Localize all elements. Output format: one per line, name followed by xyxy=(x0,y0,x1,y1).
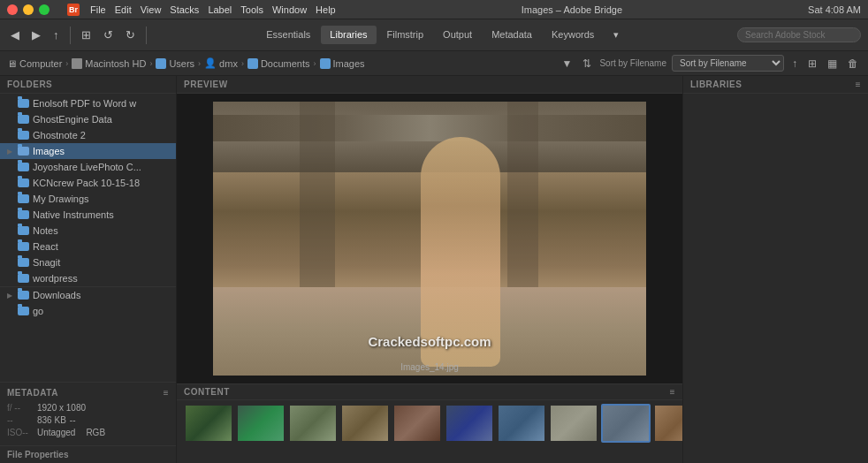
folder-item-joyoshare[interactable]: Joyoshare LivePhoto C... xyxy=(0,159,176,175)
file-properties[interactable]: File Properties xyxy=(0,445,176,463)
sort-by-label: Sort by Filename xyxy=(599,58,666,68)
tab-metadata[interactable]: Metadata xyxy=(483,26,541,44)
content-menu-icon[interactable]: ≡ xyxy=(670,387,675,397)
path-user[interactable]: 👤 dmx xyxy=(204,57,238,69)
back-button[interactable]: ◀ xyxy=(7,27,23,43)
folder-label: Downloads xyxy=(33,290,80,300)
metadata-row-filesize: -- 836 KB -- xyxy=(7,415,169,425)
folder-icon-users xyxy=(156,58,166,69)
menu-help[interactable]: Help xyxy=(316,4,336,15)
folder-item-ghostengine[interactable]: GhostEngine Data xyxy=(0,111,176,127)
folder-item-images[interactable]: ▶ Images xyxy=(0,143,176,159)
menu-tools[interactable]: Tools xyxy=(240,4,263,15)
folders-title: Folders xyxy=(7,80,52,89)
tab-essentials[interactable]: Essentials xyxy=(257,26,319,44)
path-macintosh[interactable]: Macintosh HD xyxy=(72,58,146,69)
dash-value: -- xyxy=(70,415,76,425)
rotate-left-button[interactable]: ↺ xyxy=(100,27,117,43)
libraries-title: Libraries xyxy=(690,80,742,89)
folder-item-drawings[interactable]: My Drawings xyxy=(0,191,176,207)
search-input[interactable] xyxy=(737,27,861,42)
folder-item-notes[interactable]: Notes xyxy=(0,223,176,239)
maximize-button[interactable] xyxy=(39,4,49,15)
folder-item-kcncrew[interactable]: KCNcrew Pack 10-15-18 xyxy=(0,175,176,191)
folder-label: Ghostnote 2 xyxy=(33,130,86,140)
metadata-menu-icon[interactable]: ≡ xyxy=(164,388,169,398)
thumbnail-7[interactable] xyxy=(497,404,546,443)
path-documents-label: Documents xyxy=(261,58,310,69)
arrow-icon: ▶ xyxy=(7,292,14,300)
thumb-img-7 xyxy=(499,406,544,441)
tab-more[interactable]: ▾ xyxy=(605,26,628,44)
menu-edit[interactable]: Edit xyxy=(115,4,132,15)
folder-icon xyxy=(18,115,29,124)
view-icon[interactable]: ⊞ xyxy=(805,57,819,71)
up-button[interactable]: ↑ xyxy=(49,27,63,43)
path-documents[interactable]: Documents xyxy=(247,58,310,69)
tab-keywords[interactable]: Keywords xyxy=(543,26,603,44)
preview-filename: Images_14.jpg xyxy=(400,362,459,372)
path-arrow-2: › xyxy=(149,59,152,68)
thumbnail-6[interactable] xyxy=(445,404,494,443)
thumbnail-1[interactable] xyxy=(184,404,233,443)
folder-item-enolsoft[interactable]: Enolsoft PDF to Word w xyxy=(0,95,176,111)
folder-icon xyxy=(18,178,29,187)
menu-view[interactable]: View xyxy=(141,4,162,15)
thumbnail-4[interactable] xyxy=(340,404,390,443)
panel-icon[interactable]: ▦ xyxy=(825,57,840,71)
menu-items: File Edit View Stacks Label Tools Window… xyxy=(90,4,336,15)
tab-filmstrip[interactable]: Filmstrip xyxy=(378,26,433,44)
folder-icon xyxy=(18,307,29,315)
menu-bar-time: Sat 4:08 AM xyxy=(808,4,861,15)
folder-label: Native Instruments xyxy=(33,209,114,220)
folder-icon-images xyxy=(320,58,331,69)
folder-label: Enolsoft PDF to Word w xyxy=(33,98,136,109)
delete-icon[interactable]: 🗑 xyxy=(845,57,861,71)
menu-file[interactable]: File xyxy=(90,4,106,15)
menu-window[interactable]: Window xyxy=(272,4,307,15)
path-users[interactable]: Users xyxy=(156,58,194,69)
main-layout: Folders Enolsoft PDF to Word w GhostEngi… xyxy=(0,76,868,463)
forward-button[interactable]: ▶ xyxy=(28,27,44,43)
folder-item-snagit[interactable]: Snagit xyxy=(0,254,176,270)
thumbnail-2[interactable] xyxy=(236,404,286,443)
folder-label: My Drawings xyxy=(33,194,89,204)
thumbnail-5[interactable] xyxy=(392,404,442,443)
sort-icon[interactable]: ⇅ xyxy=(580,57,594,71)
ascending-icon[interactable]: ↑ xyxy=(789,57,800,71)
thumbnail-3[interactable] xyxy=(288,404,338,443)
tab-libraries[interactable]: Libraries xyxy=(321,26,376,44)
thumb-img-1 xyxy=(186,406,232,441)
menu-label[interactable]: Label xyxy=(208,4,232,15)
untagged-value: Untagged xyxy=(37,428,75,437)
sort-dropdown[interactable]: Sort by Filename Sort by Date Modified S… xyxy=(672,55,784,72)
folder-item-downloads[interactable]: ▶ Downloads xyxy=(0,287,176,303)
thumbnail-10[interactable] xyxy=(653,404,682,443)
dimensions-value: 1920 x 1080 xyxy=(37,403,86,413)
libraries-menu-icon[interactable]: ≡ xyxy=(856,80,861,89)
minimize-button[interactable] xyxy=(23,4,34,15)
thumb-img-9 xyxy=(603,406,649,441)
right-panel: Libraries ≡ xyxy=(682,76,868,463)
path-computer[interactable]: 🖥 Computer xyxy=(7,58,62,69)
folder-item-react[interactable]: React xyxy=(0,239,176,254)
folder-item-go[interactable]: go xyxy=(0,303,176,319)
menu-stacks[interactable]: Stacks xyxy=(170,4,199,15)
metadata-panel: Metadata ≡ f/ -- 1920 x 1080 -- 836 KB -… xyxy=(0,382,176,445)
thumb-img-3 xyxy=(290,406,336,441)
rotate-right-button[interactable]: ↻ xyxy=(122,27,139,43)
tab-output[interactable]: Output xyxy=(434,26,481,44)
folder-item-ghostnote[interactable]: Ghostnote 2 xyxy=(0,127,176,143)
toolbar-sep-1 xyxy=(70,27,71,44)
close-button[interactable] xyxy=(7,4,18,15)
folder-item-wordpress[interactable]: wordpress xyxy=(0,270,176,286)
folder-label: Snagit xyxy=(33,257,60,268)
folder-item-native-instruments[interactable]: Native Instruments xyxy=(0,207,176,223)
thumbnail-8[interactable] xyxy=(549,404,598,443)
filter-icon[interactable]: ▼ xyxy=(560,57,575,71)
camera-button[interactable]: ⊞ xyxy=(78,27,95,43)
menu-bar-right: Sat 4:08 AM xyxy=(808,4,861,15)
path-images[interactable]: Images xyxy=(320,58,365,69)
computer-icon: 🖥 xyxy=(7,58,17,69)
thumbnail-9[interactable] xyxy=(601,404,651,443)
